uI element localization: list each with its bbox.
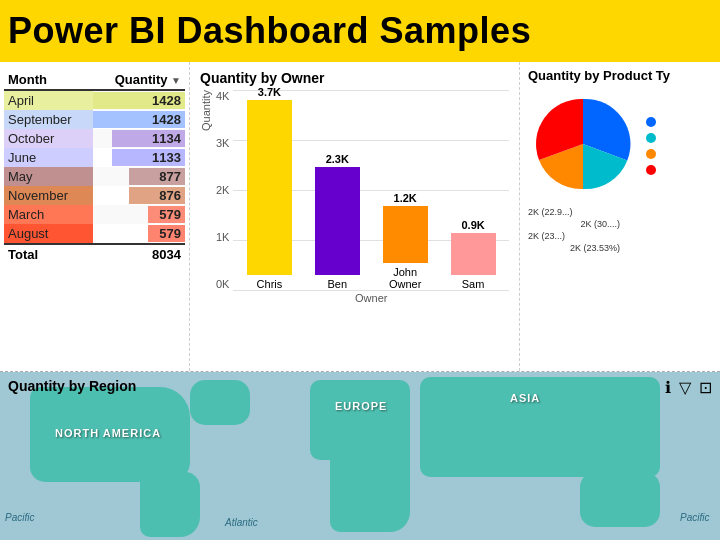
pie-chart-svg	[528, 89, 638, 199]
y-axis-tick: 0K	[216, 278, 229, 290]
table-row[interactable]: August579	[4, 224, 185, 244]
cell-month: April	[4, 90, 93, 110]
label-atlantic: Atlantic	[225, 517, 258, 528]
cell-quantity: 877	[93, 167, 185, 186]
filter-icon[interactable]: ▽	[679, 378, 691, 397]
top-section: Month Quantity ▼ April1428September1428O…	[0, 62, 720, 372]
pie-label-3: 2K (23...)	[528, 231, 620, 241]
pie-chart-section: Quantity by Product Ty	[520, 62, 720, 371]
y-axis-label: Quantity	[200, 90, 212, 131]
bar-rect	[247, 100, 292, 275]
table-row[interactable]: October1134	[4, 129, 185, 148]
pie-legend-dot	[646, 149, 656, 159]
cell-quantity: 579	[93, 205, 185, 224]
map-icons: ℹ ▽ ⊡	[665, 378, 712, 397]
cell-month: March	[4, 205, 93, 224]
cell-quantity: 579	[93, 224, 185, 244]
pie-legend	[646, 117, 656, 175]
label-north-america: NORTH AMERICA	[55, 427, 161, 439]
chart-inner: 3.7KChris2.3KBen1.2KJohn Owner0.9KSam Ow…	[233, 90, 509, 290]
bar-rect	[451, 233, 496, 275]
cell-month: October	[4, 129, 93, 148]
label-asia: ASIA	[510, 392, 540, 404]
bar-value-label: 3.7K	[258, 86, 281, 98]
bar-item[interactable]: 2.3KBen	[309, 153, 365, 290]
cell-month: June	[4, 148, 93, 167]
table-row[interactable]: November876	[4, 186, 185, 205]
info-icon[interactable]: ℹ	[665, 378, 671, 397]
bar-owner-label: John Owner	[389, 266, 421, 290]
map-background: NORTH AMERICA EUROPE ASIA Pacific Atlant…	[0, 372, 720, 540]
bar-owner-label: Chris	[257, 278, 283, 290]
pie-value-labels: 2K (22.9...) 2K (30....) 2K (23...) 2K (…	[528, 207, 712, 253]
pie-wrapper	[528, 89, 712, 203]
pie-legend-item	[646, 165, 656, 175]
table-section: Month Quantity ▼ April1428September1428O…	[0, 62, 190, 371]
pie-label-2: 2K (30....)	[528, 219, 620, 229]
col-month-header[interactable]: Month	[4, 70, 93, 90]
pie-legend-dot	[646, 165, 656, 175]
table-row[interactable]: June1133	[4, 148, 185, 167]
total-value: 8034	[93, 244, 185, 264]
bar-owner-label: Sam	[462, 278, 485, 290]
bar-value-label: 2.3K	[326, 153, 349, 165]
pie-legend-item	[646, 117, 656, 127]
bar-chart-title: Quantity by Owner	[200, 70, 509, 86]
y-axis-tick: 4K	[216, 90, 229, 102]
bar-chart-section: Quantity by Owner Quantity 4K3K2K1K0K 3.…	[190, 62, 520, 371]
continent-australia	[580, 472, 660, 527]
bar-item[interactable]: 0.9KSam	[445, 219, 501, 290]
y-axis-tick: 1K	[216, 231, 229, 243]
bar-value-label: 0.9K	[461, 219, 484, 231]
page-title: Power BI Dashboard Samples	[8, 10, 531, 52]
bar-rect	[383, 206, 428, 263]
y-axis-tick: 3K	[216, 137, 229, 149]
bar-rect	[315, 167, 360, 275]
data-table: Month Quantity ▼ April1428September1428O…	[4, 70, 185, 264]
map-title: Quantity by Region	[8, 378, 136, 394]
grid-line	[233, 290, 509, 291]
main-content: Month Quantity ▼ April1428September1428O…	[0, 62, 720, 540]
bottom-section: Quantity by Region ℹ ▽ ⊡ NORTH AMERICA E…	[0, 372, 720, 540]
y-axis-tick: 2K	[216, 184, 229, 196]
table-body: April1428September1428October1134June113…	[4, 90, 185, 244]
cell-quantity: 1133	[93, 148, 185, 167]
cell-quantity: 876	[93, 186, 185, 205]
pie-chart-title: Quantity by Product Ty	[528, 68, 712, 83]
bar-item[interactable]: 1.2KJohn Owner	[377, 192, 433, 290]
pie-legend-item	[646, 133, 656, 143]
col-quantity-header[interactable]: Quantity ▼	[93, 70, 185, 90]
bars-row: 3.7KChris2.3KBen1.2KJohn Owner0.9KSam	[233, 90, 509, 290]
cell-quantity: 1134	[93, 129, 185, 148]
pie-label-1: 2K (22.9...)	[528, 207, 620, 217]
label-pacific-right: Pacific	[680, 512, 709, 523]
table-row[interactable]: September1428	[4, 110, 185, 129]
cell-month: May	[4, 167, 93, 186]
cell-quantity: 1428	[93, 110, 185, 129]
label-europe: EUROPE	[335, 400, 387, 412]
table-row[interactable]: April1428	[4, 90, 185, 110]
cell-month: August	[4, 224, 93, 244]
continent-greenland	[190, 380, 250, 425]
bar-item[interactable]: 3.7KChris	[241, 86, 297, 290]
table-row[interactable]: May877	[4, 167, 185, 186]
label-pacific-left: Pacific	[5, 512, 34, 523]
pie-legend-item	[646, 149, 656, 159]
continent-south-america	[140, 472, 200, 537]
bar-owner-label: Ben	[328, 278, 348, 290]
cell-quantity: 1428	[93, 90, 185, 110]
y-axis: 4K3K2K1K0K	[216, 90, 229, 290]
pie-legend-dot	[646, 133, 656, 143]
pie-legend-dot	[646, 117, 656, 127]
pie-svg-container	[528, 89, 638, 203]
continent-africa	[330, 442, 410, 532]
pie-label-4: 2K (23.53%)	[528, 243, 620, 253]
expand-icon[interactable]: ⊡	[699, 378, 712, 397]
page-header: Power BI Dashboard Samples	[0, 0, 720, 62]
total-label: Total	[4, 244, 93, 264]
cell-month: September	[4, 110, 93, 129]
cell-month: November	[4, 186, 93, 205]
table-row[interactable]: March579	[4, 205, 185, 224]
x-axis-label: Owner	[233, 292, 509, 304]
bar-value-label: 1.2K	[394, 192, 417, 204]
